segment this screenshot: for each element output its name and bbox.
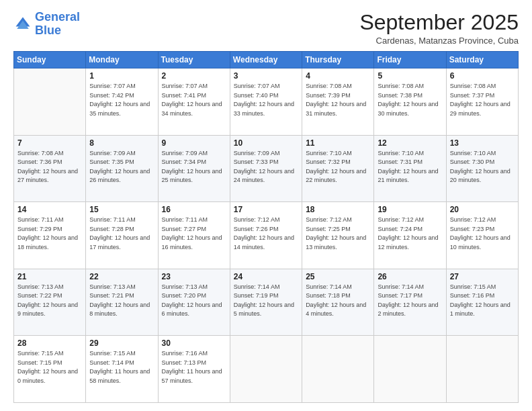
day-number: 17 xyxy=(234,205,298,214)
cell-1-1: 8Sunrise: 7:09 AMSunset: 7:35 PMDaylight… xyxy=(86,135,158,202)
month-title: September 2025 xyxy=(359,11,519,34)
day-number: 18 xyxy=(306,205,370,214)
day-info: Sunrise: 7:11 AMSunset: 7:27 PMDaylight:… xyxy=(162,216,226,252)
day-number: 22 xyxy=(89,272,154,281)
cell-1-0: 7Sunrise: 7:08 AMSunset: 7:36 PMDaylight… xyxy=(14,135,86,202)
logo-text: General Blue xyxy=(35,11,80,38)
cell-1-4: 11Sunrise: 7:10 AMSunset: 7:32 PMDayligh… xyxy=(302,135,374,202)
week-row-2: 14Sunrise: 7:11 AMSunset: 7:29 PMDayligh… xyxy=(14,202,519,269)
day-number: 27 xyxy=(450,272,515,281)
cell-2-5: 19Sunrise: 7:12 AMSunset: 7:24 PMDayligh… xyxy=(374,202,446,269)
day-number: 21 xyxy=(17,272,82,281)
day-info: Sunrise: 7:10 AMSunset: 7:31 PMDaylight:… xyxy=(378,149,442,185)
day-number: 4 xyxy=(306,71,370,81)
day-info: Sunrise: 7:08 AMSunset: 7:37 PMDaylight:… xyxy=(450,82,515,118)
logo: General Blue xyxy=(13,11,80,38)
day-info: Sunrise: 7:12 AMSunset: 7:23 PMDaylight:… xyxy=(450,216,515,252)
day-number: 8 xyxy=(89,138,154,148)
day-number: 10 xyxy=(234,138,298,148)
day-info: Sunrise: 7:12 AMSunset: 7:26 PMDaylight:… xyxy=(234,216,298,252)
cell-3-1: 22Sunrise: 7:13 AMSunset: 7:21 PMDayligh… xyxy=(86,269,158,336)
week-row-3: 21Sunrise: 7:13 AMSunset: 7:22 PMDayligh… xyxy=(14,269,519,336)
cell-0-2: 2Sunrise: 7:07 AMSunset: 7:41 PMDaylight… xyxy=(158,68,230,136)
cell-4-3 xyxy=(230,336,302,403)
day-number: 16 xyxy=(162,205,226,214)
cell-1-5: 12Sunrise: 7:10 AMSunset: 7:31 PMDayligh… xyxy=(374,135,446,202)
day-number: 6 xyxy=(450,71,515,81)
cell-2-2: 16Sunrise: 7:11 AMSunset: 7:27 PMDayligh… xyxy=(158,202,230,269)
header-thursday: Thursday xyxy=(302,52,374,68)
day-number: 12 xyxy=(378,138,442,148)
day-info: Sunrise: 7:10 AMSunset: 7:32 PMDaylight:… xyxy=(306,149,370,185)
day-number: 11 xyxy=(306,138,370,148)
weekday-header-row: Sunday Monday Tuesday Wednesday Thursday… xyxy=(14,52,519,68)
day-info: Sunrise: 7:09 AMSunset: 7:34 PMDaylight:… xyxy=(162,149,226,185)
day-info: Sunrise: 7:11 AMSunset: 7:29 PMDaylight:… xyxy=(17,216,82,252)
day-info: Sunrise: 7:12 AMSunset: 7:24 PMDaylight:… xyxy=(378,216,442,252)
header-friday: Friday xyxy=(374,52,446,68)
week-row-4: 28Sunrise: 7:15 AMSunset: 7:15 PMDayligh… xyxy=(14,336,519,403)
day-number: 24 xyxy=(234,272,298,281)
cell-4-6 xyxy=(446,336,518,403)
day-info: Sunrise: 7:10 AMSunset: 7:30 PMDaylight:… xyxy=(450,149,515,185)
day-info: Sunrise: 7:08 AMSunset: 7:39 PMDaylight:… xyxy=(306,82,370,118)
header: General Blue September 2025 Cardenas, Ma… xyxy=(13,11,519,46)
calendar-body: 1Sunrise: 7:07 AMSunset: 7:42 PMDaylight… xyxy=(14,68,519,403)
day-info: Sunrise: 7:08 AMSunset: 7:36 PMDaylight:… xyxy=(17,149,82,185)
day-info: Sunrise: 7:13 AMSunset: 7:22 PMDaylight:… xyxy=(17,283,82,319)
day-number: 2 xyxy=(162,71,226,81)
day-info: Sunrise: 7:14 AMSunset: 7:18 PMDaylight:… xyxy=(306,283,370,319)
day-info: Sunrise: 7:11 AMSunset: 7:28 PMDaylight:… xyxy=(89,216,154,252)
cell-3-0: 21Sunrise: 7:13 AMSunset: 7:22 PMDayligh… xyxy=(14,269,86,336)
cell-4-2: 30Sunrise: 7:16 AMSunset: 7:13 PMDayligh… xyxy=(158,336,230,403)
cell-2-3: 17Sunrise: 7:12 AMSunset: 7:26 PMDayligh… xyxy=(230,202,302,269)
cell-2-0: 14Sunrise: 7:11 AMSunset: 7:29 PMDayligh… xyxy=(14,202,86,269)
day-number: 28 xyxy=(17,338,82,348)
cell-0-0 xyxy=(14,68,86,136)
day-info: Sunrise: 7:07 AMSunset: 7:40 PMDaylight:… xyxy=(234,82,298,118)
cell-4-1: 29Sunrise: 7:15 AMSunset: 7:14 PMDayligh… xyxy=(86,336,158,403)
day-number: 5 xyxy=(378,71,442,81)
day-info: Sunrise: 7:15 AMSunset: 7:15 PMDaylight:… xyxy=(17,349,82,385)
cell-4-4 xyxy=(302,336,374,403)
day-info: Sunrise: 7:15 AMSunset: 7:16 PMDaylight:… xyxy=(450,283,515,319)
cell-1-3: 10Sunrise: 7:09 AMSunset: 7:33 PMDayligh… xyxy=(230,135,302,202)
day-info: Sunrise: 7:09 AMSunset: 7:33 PMDaylight:… xyxy=(234,149,298,185)
logo-line2: Blue xyxy=(35,24,61,37)
day-number: 14 xyxy=(17,205,82,214)
cell-1-6: 13Sunrise: 7:10 AMSunset: 7:30 PMDayligh… xyxy=(446,135,518,202)
day-number: 25 xyxy=(306,272,370,281)
header-wednesday: Wednesday xyxy=(230,52,302,68)
cell-0-6: 6Sunrise: 7:08 AMSunset: 7:37 PMDaylight… xyxy=(446,68,518,136)
header-monday: Monday xyxy=(86,52,158,68)
cell-4-0: 28Sunrise: 7:15 AMSunset: 7:15 PMDayligh… xyxy=(14,336,86,403)
cell-1-2: 9Sunrise: 7:09 AMSunset: 7:34 PMDaylight… xyxy=(158,135,230,202)
day-number: 9 xyxy=(162,138,226,148)
calendar-header: Sunday Monday Tuesday Wednesday Thursday… xyxy=(14,52,519,68)
day-info: Sunrise: 7:13 AMSunset: 7:20 PMDaylight:… xyxy=(162,283,226,319)
header-saturday: Saturday xyxy=(446,52,518,68)
cell-0-5: 5Sunrise: 7:08 AMSunset: 7:38 PMDaylight… xyxy=(374,68,446,136)
day-number: 20 xyxy=(450,205,515,214)
week-row-1: 7Sunrise: 7:08 AMSunset: 7:36 PMDaylight… xyxy=(14,135,519,202)
cell-3-2: 23Sunrise: 7:13 AMSunset: 7:20 PMDayligh… xyxy=(158,269,230,336)
day-info: Sunrise: 7:15 AMSunset: 7:14 PMDaylight:… xyxy=(89,349,154,385)
day-number: 7 xyxy=(17,138,82,148)
cell-0-1: 1Sunrise: 7:07 AMSunset: 7:42 PMDaylight… xyxy=(86,68,158,136)
day-number: 13 xyxy=(450,138,515,148)
cell-4-5 xyxy=(374,336,446,403)
day-info: Sunrise: 7:07 AMSunset: 7:41 PMDaylight:… xyxy=(162,82,226,118)
cell-2-4: 18Sunrise: 7:12 AMSunset: 7:25 PMDayligh… xyxy=(302,202,374,269)
calendar: Sunday Monday Tuesday Wednesday Thursday… xyxy=(13,51,519,403)
day-number: 23 xyxy=(162,272,226,281)
day-number: 19 xyxy=(378,205,442,214)
day-info: Sunrise: 7:13 AMSunset: 7:21 PMDaylight:… xyxy=(89,283,154,319)
cell-3-4: 25Sunrise: 7:14 AMSunset: 7:18 PMDayligh… xyxy=(302,269,374,336)
day-info: Sunrise: 7:16 AMSunset: 7:13 PMDaylight:… xyxy=(162,349,226,385)
cell-3-6: 27Sunrise: 7:15 AMSunset: 7:16 PMDayligh… xyxy=(446,269,518,336)
cell-2-6: 20Sunrise: 7:12 AMSunset: 7:23 PMDayligh… xyxy=(446,202,518,269)
day-info: Sunrise: 7:12 AMSunset: 7:25 PMDaylight:… xyxy=(306,216,370,252)
cell-0-3: 3Sunrise: 7:07 AMSunset: 7:40 PMDaylight… xyxy=(230,68,302,136)
logo-line1: General xyxy=(35,10,80,24)
cell-0-4: 4Sunrise: 7:08 AMSunset: 7:39 PMDaylight… xyxy=(302,68,374,136)
